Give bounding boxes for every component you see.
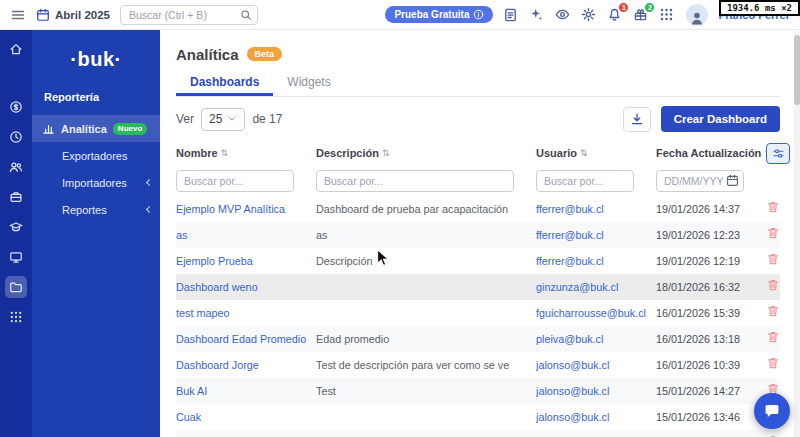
- row-descripcion: Test de descripción para ver como se ve: [316, 359, 536, 371]
- row-usuario[interactable]: fferrer@buk.cl: [536, 203, 656, 215]
- row-descripcion: Descripción: [316, 255, 536, 267]
- training-icon[interactable]: [5, 216, 27, 238]
- row-usuario[interactable]: ginzunza@buk.cl: [536, 281, 656, 293]
- column-label: Usuario: [536, 147, 577, 159]
- documents-icon[interactable]: [5, 276, 27, 298]
- chevron-down-icon: [227, 114, 237, 124]
- search-input[interactable]: [120, 5, 258, 25]
- clipboard-icon[interactable]: [503, 7, 518, 22]
- apps-icon[interactable]: [5, 306, 27, 328]
- row-usuario[interactable]: jalonso@buk.cl: [536, 359, 656, 371]
- table-row[interactable]: Dashboard Edad PromedioEdad promedioplei…: [176, 326, 780, 352]
- chevron-left-icon: [146, 179, 153, 186]
- page-size-select[interactable]: 25: [201, 108, 245, 131]
- download-icon: [630, 112, 644, 126]
- column-header-fecha[interactable]: Fecha Actualización⇅: [656, 147, 766, 159]
- sidebar-item-exportadores[interactable]: Exportadores: [32, 142, 160, 169]
- row-usuario[interactable]: fferrer@buk.cl: [536, 229, 656, 241]
- sidebar-item-label: Exportadores: [62, 150, 127, 162]
- row-nombre[interactable]: Ejemplo MVP Analítica: [176, 203, 316, 215]
- table-row[interactable]: Ejemplo PruebaDescripciónfferrer@buk.cl1…: [176, 248, 780, 274]
- row-usuario[interactable]: pleiva@buk.cl: [536, 333, 656, 345]
- global-search: [120, 5, 258, 25]
- row-nombre[interactable]: Dashboard weno: [176, 281, 316, 293]
- period-label: Abril 2025: [55, 9, 110, 21]
- table-row[interactable]: Dashboard wenoginzunza@buk.cl18/01/2026 …: [176, 274, 780, 300]
- sidebar-item-analitica[interactable]: AnalíticaNuevo: [32, 115, 160, 142]
- download-button[interactable]: [623, 107, 651, 132]
- benefits-icon[interactable]: [5, 186, 27, 208]
- bell-icon[interactable]: 1: [607, 7, 622, 22]
- filter-input-nombre[interactable]: [176, 170, 294, 192]
- sort-icon[interactable]: ⇅: [221, 148, 229, 158]
- row-usuario[interactable]: jalonso@buk.cl: [536, 385, 656, 397]
- gift-icon[interactable]: 2: [633, 7, 648, 22]
- time-icon[interactable]: [5, 126, 27, 148]
- row-nombre[interactable]: test mapeo: [176, 307, 316, 319]
- chat-button[interactable]: [754, 393, 790, 429]
- people-icon[interactable]: [5, 156, 27, 178]
- row-actions: [766, 304, 786, 322]
- filter-toggle-button[interactable]: [766, 143, 790, 164]
- row-nombre[interactable]: Cuak: [176, 411, 316, 423]
- table-row[interactable]: asasfferrer@buk.cl19/01/2026 12:23: [176, 222, 780, 248]
- delete-icon[interactable]: [766, 226, 780, 240]
- row-usuario[interactable]: fferrer@buk.cl: [536, 255, 656, 267]
- icon-rail: [0, 30, 32, 437]
- sort-icon[interactable]: ⇅: [580, 148, 588, 158]
- sidebar-item-label: Reportes: [62, 204, 107, 216]
- period-selector[interactable]: Abril 2025: [36, 8, 110, 22]
- row-usuario[interactable]: fguicharrousse@buk.cl: [536, 307, 656, 319]
- page-size-value: 25: [209, 112, 222, 126]
- filter-input-fecha[interactable]: [656, 170, 744, 192]
- row-nombre[interactable]: Ejemplo Prueba: [176, 255, 316, 267]
- delete-icon[interactable]: [766, 200, 780, 214]
- delete-icon[interactable]: [766, 356, 780, 370]
- performance-overlay: 1934.6 ms ×2: [719, 0, 800, 16]
- delete-icon[interactable]: [766, 252, 780, 266]
- user-photo-icon: [689, 10, 705, 26]
- screens-icon[interactable]: [5, 246, 27, 268]
- apps-icon[interactable]: [659, 7, 674, 22]
- delete-icon[interactable]: [766, 278, 780, 292]
- trial-badge[interactable]: Prueba Gratuita: [385, 6, 493, 23]
- column-header-nombre[interactable]: Nombre⇅: [176, 147, 316, 159]
- sidebar-item-reportes[interactable]: Reportes: [32, 196, 160, 223]
- table-row[interactable]: Buk AITestjalonso@buk.cl15/01/2026 14:27: [176, 378, 780, 404]
- row-usuario[interactable]: jalonso@buk.cl: [536, 411, 656, 423]
- avatar[interactable]: [686, 4, 708, 26]
- delete-icon[interactable]: [766, 304, 780, 318]
- table-row[interactable]: Ejemplo MVP AnalíticaDashboard de prueba…: [176, 196, 780, 222]
- row-fecha: 18/01/2026 16:32: [656, 281, 766, 293]
- tab-widgets[interactable]: Widgets: [273, 70, 344, 96]
- column-header-usuario[interactable]: Usuario⇅: [536, 147, 656, 159]
- filter-input-descripcion[interactable]: [316, 170, 514, 192]
- tabs: DashboardsWidgets: [176, 70, 780, 97]
- sidebar-nav: AnalíticaNuevoExportadoresImportadoresRe…: [32, 115, 160, 223]
- tab-dashboards[interactable]: Dashboards: [176, 70, 273, 96]
- eye-icon[interactable]: [555, 7, 570, 22]
- row-fecha: 16/01/2026 15:39: [656, 307, 766, 319]
- gear-icon[interactable]: [581, 7, 596, 22]
- column-header-descripcion[interactable]: Descripción⇅: [316, 147, 536, 159]
- menu-icon[interactable]: [10, 7, 26, 23]
- sidebar-item-importadores[interactable]: Importadores: [32, 169, 160, 196]
- home-icon[interactable]: [5, 38, 27, 60]
- table-row[interactable]: test mapeofguicharrousse@buk.cl16/01/202…: [176, 300, 780, 326]
- create-dashboard-button[interactable]: Crear Dashboard: [661, 106, 780, 132]
- table-row[interactable]: Dashboard JorgeTest de descripción para …: [176, 352, 780, 378]
- row-nombre[interactable]: Buk AI: [176, 385, 316, 397]
- sort-icon[interactable]: ⇅: [382, 148, 390, 158]
- scrollbar[interactable]: [794, 31, 800, 437]
- scrollbar-thumb[interactable]: [794, 35, 800, 105]
- sparkle-icon[interactable]: [529, 7, 544, 22]
- row-nombre[interactable]: as: [176, 229, 316, 241]
- filter-input-usuario[interactable]: [536, 170, 634, 192]
- row-nombre[interactable]: Dashboard Edad Promedio: [176, 333, 316, 345]
- payments-icon[interactable]: [5, 96, 27, 118]
- row-descripcion: Dashboard de prueba par acapacitación: [316, 203, 536, 215]
- delete-icon[interactable]: [766, 330, 780, 344]
- row-nombre[interactable]: Dashboard Jorge: [176, 359, 316, 371]
- table-row[interactable]: testetestjalonso@buk.cl14/01/2026 12:47: [176, 430, 780, 437]
- table-row[interactable]: Cuakjalonso@buk.cl15/01/2026 13:46: [176, 404, 780, 430]
